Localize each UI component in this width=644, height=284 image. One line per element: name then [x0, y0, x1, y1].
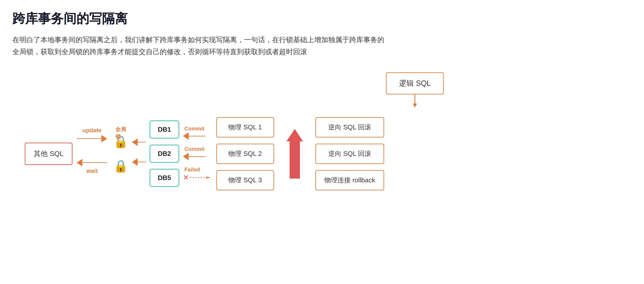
physical-sql-area: 物理 SQL 1 物理 SQL 2 物理 SQL 3	[216, 117, 274, 190]
logic-sql-section: 逻辑 SQL	[12, 72, 632, 111]
commit-label-1: Commit	[184, 125, 204, 132]
lock-db2-arrow	[132, 158, 146, 166]
commit-arrow-2	[183, 153, 205, 160]
db5-box: DB5	[150, 169, 179, 187]
rollback-3-box: 物理连接 rollback	[316, 170, 384, 190]
big-arrow-body	[290, 141, 300, 179]
wait-arrow	[76, 159, 107, 166]
update-arrow	[76, 135, 107, 143]
rollback-2-box: 逆向 SQL 回滚	[316, 144, 384, 164]
failed-label: Failed	[184, 166, 200, 173]
big-up-arrow-area	[286, 129, 303, 179]
wait-label: wait	[86, 168, 98, 174]
x-mark: ✕	[183, 173, 189, 182]
update-label: update	[82, 127, 102, 134]
quanjusuo-label: 全局锁	[116, 126, 128, 140]
lock-icon-2: 🔒	[113, 159, 128, 173]
db2-box: DB2	[150, 145, 179, 163]
physical-sql-2-box: 物理 SQL 2	[216, 144, 274, 164]
logic-sql-down-arrow	[402, 94, 427, 111]
lock-db1-arrow	[132, 138, 146, 146]
logic-sql-box: 逻辑 SQL	[386, 72, 444, 94]
diagram-bottom-row: 其他 SQL update	[12, 117, 632, 190]
rollback-area: 逆向 SQL 回滚 逆向 SQL 回滚 物理连接 rollback	[316, 117, 384, 190]
db1-box: DB1	[150, 120, 179, 138]
db-column: DB1 DB2 DB5	[150, 120, 179, 187]
commit-arrows-column: Commit Commit Failed	[183, 125, 210, 182]
other-sql-box: 其他 SQL	[25, 143, 72, 165]
dotted-arrow	[190, 177, 210, 179]
commit-label-2: Commit	[184, 146, 204, 152]
physical-sql-1-box: 物理 SQL 1	[216, 117, 274, 137]
commit-arrow-1	[183, 132, 205, 140]
page-title: 跨库事务间的写隔离	[12, 10, 632, 27]
failed-arrow: ✕	[183, 173, 210, 182]
physical-sql-3-box: 物理 SQL 3	[216, 170, 274, 190]
svg-marker-1	[413, 103, 417, 108]
rollback-1-box: 逆向 SQL 回滚	[316, 117, 384, 137]
page-container: 跨库事务间的写隔离 在明白了本地事务间的写隔离之后，我们讲解下跨库事务如何实现写…	[12, 10, 632, 190]
description: 在明白了本地事务间的写隔离之后，我们讲解下跨库事务如何实现写隔离，一句话，在行锁…	[12, 34, 549, 58]
big-arrow-head	[286, 129, 303, 141]
big-up-arrow	[286, 129, 303, 179]
svg-marker-3	[206, 177, 210, 179]
diagram: 逻辑 SQL 其他 SQL	[12, 72, 632, 190]
